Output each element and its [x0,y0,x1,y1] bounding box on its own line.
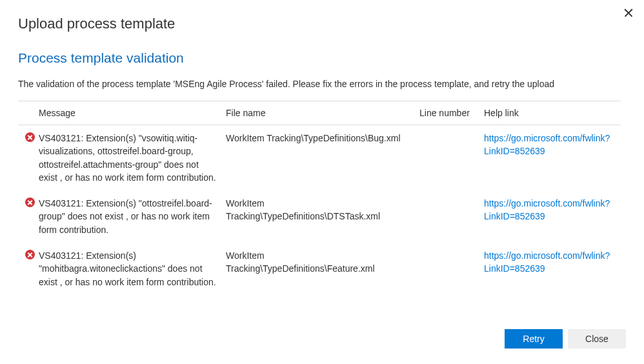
dialog-title: Upload process template [18,15,626,32]
col-header-filename: File name [226,108,419,118]
error-icon [25,250,35,259]
cell-filename: WorkItem Tracking\TypeDefinitions\Featur… [226,249,419,276]
validation-errors-table: Message File name Line number Help link … [18,101,621,295]
cell-message: VS403121: Extension(s) "mohitbagra.witon… [39,249,226,288]
cell-filename: WorkItem Tracking\TypeDefinitions\Bug.xm… [226,132,419,145]
close-button[interactable]: Close [568,329,626,349]
error-icon [25,132,35,142]
col-header-help: Help link [484,108,621,118]
cell-message: VS403121: Extension(s) "ottostreifel.boa… [39,197,226,236]
help-link[interactable]: https://go.microsoft.com/fwlink?LinkID=8… [484,250,610,274]
content-scroll-area[interactable]: Process template validation The validati… [18,50,626,310]
section-title: Process template validation [18,50,621,66]
help-link[interactable]: https://go.microsoft.com/fwlink?LinkID=8… [484,198,610,221]
dialog-button-bar: Retry Close [18,310,626,351]
table-header-row: Message File name Line number Help link [18,101,621,125]
table-row: VS403121: Extension(s) "ottostreifel.boa… [18,190,621,243]
table-row: VS403121: Extension(s) "mohitbagra.witon… [18,243,621,295]
close-icon[interactable] [623,8,634,18]
col-header-message: Message [39,108,226,118]
col-header-line: Line number [419,108,484,118]
cell-message: VS403121: Extension(s) "vsowitiq.witiq-v… [39,132,226,184]
error-icon [25,197,35,207]
table-row: VS403121: Extension(s) "vsowitiq.witiq-v… [18,125,621,190]
upload-process-template-dialog: Upload process template Process template… [0,0,644,364]
help-link[interactable]: https://go.microsoft.com/fwlink?LinkID=8… [484,133,610,156]
retry-button[interactable]: Retry [505,329,563,349]
validation-summary: The validation of the process template '… [18,79,621,89]
cell-filename: WorkItem Tracking\TypeDefinitions\DTSTas… [226,197,419,223]
